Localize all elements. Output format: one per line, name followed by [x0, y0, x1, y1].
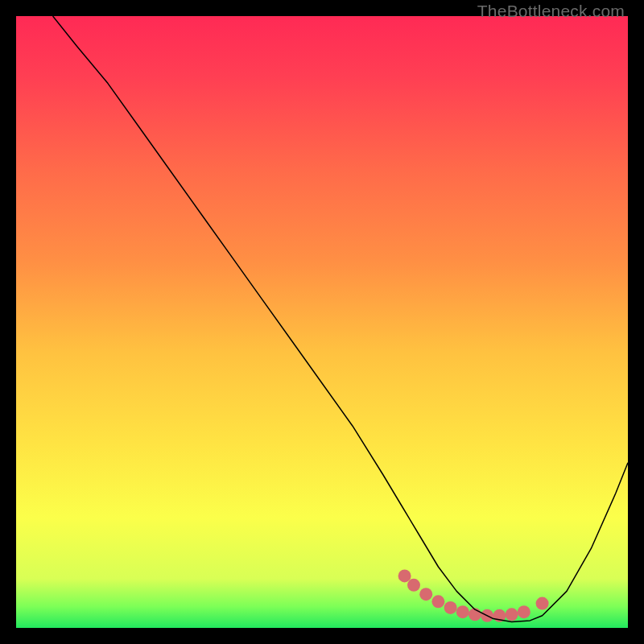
highlight-dot: [518, 605, 530, 618]
highlight-dot: [419, 588, 432, 601]
highlight-dot: [431, 595, 444, 608]
watermark-text: TheBottleneck.com: [477, 2, 625, 21]
highlight-dot: [506, 608, 518, 621]
chart-frame: [16, 16, 628, 628]
highlight-dot: [536, 597, 549, 610]
gradient-rect: [16, 16, 628, 628]
chart-svg: [16, 16, 628, 628]
highlight-dot: [444, 601, 457, 614]
highlight-dot: [407, 579, 420, 592]
highlight-dot: [456, 605, 469, 618]
highlight-dot: [398, 569, 411, 582]
